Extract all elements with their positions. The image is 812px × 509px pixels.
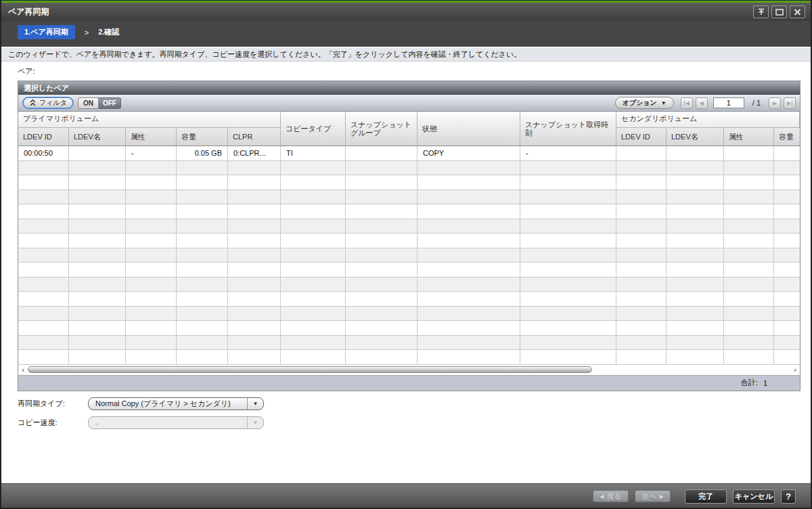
filter-on-button[interactable]: ON [78, 97, 99, 109]
column-header-status[interactable]: 状態 [418, 112, 520, 146]
column-header-snapshot-time[interactable]: スナップショット取得時刻 [520, 112, 616, 146]
scroll-right-button[interactable]: › [790, 365, 800, 374]
finish-button[interactable]: 完了 [685, 489, 727, 504]
column-header-primary-ldev-id[interactable]: LDEV ID [18, 128, 69, 146]
table-row [18, 234, 800, 248]
column-header-copy-type[interactable]: コピータイプ [281, 112, 346, 146]
table-cell: TI [281, 146, 346, 161]
table-cell [667, 321, 724, 336]
column-header-secondary-volume-group: セカンダリボリューム [616, 112, 800, 128]
scroll-left-button[interactable]: ‹ [18, 365, 28, 374]
table-cell [418, 292, 520, 307]
table-cell [18, 350, 69, 365]
filter-off-button[interactable]: OFF [99, 97, 121, 109]
column-header-secondary-ldev-id[interactable]: LDEV ID [616, 128, 667, 146]
table-cell [724, 292, 774, 307]
table-cell [667, 219, 724, 234]
maximize-button[interactable] [771, 5, 787, 18]
table-cell [774, 263, 800, 278]
table-cell [724, 219, 774, 234]
column-header-secondary-attribute[interactable]: 属性 [724, 128, 774, 146]
scrollbar-thumb[interactable] [28, 366, 592, 373]
table-cell [228, 190, 281, 205]
table-cell [281, 292, 346, 307]
filter-button[interactable]: フィルタ [22, 97, 74, 109]
first-page-button[interactable]: ◀ [681, 97, 693, 109]
table-cell [69, 204, 126, 219]
table-cell [774, 292, 800, 307]
table-cell [177, 190, 228, 205]
column-header-primary-clpr[interactable]: CLPR [228, 128, 281, 146]
table-cell [346, 307, 418, 322]
last-page-button[interactable]: ▶ [784, 97, 796, 109]
table-cell [724, 321, 774, 336]
table-cell [520, 219, 616, 234]
table-row [18, 321, 800, 336]
table-cell [774, 336, 800, 351]
detach-window-button[interactable] [753, 5, 769, 18]
table-row [18, 263, 800, 278]
title-bar: ペア再同期 [1, 3, 811, 21]
table-cell [177, 175, 228, 190]
table-cell [126, 190, 177, 205]
copy-pace-select: - ▼ [88, 416, 264, 429]
table-cell [69, 190, 126, 205]
close-button[interactable] [790, 5, 805, 18]
table-cell [724, 161, 774, 176]
table-row [18, 248, 800, 263]
table-cell [616, 161, 667, 176]
table-cell [69, 219, 126, 234]
column-header-primary-ldev-name[interactable]: LDEV名 [69, 128, 126, 146]
chevron-down-icon: ▼ [247, 398, 263, 410]
table-row[interactable]: 00:00:50-0.05 GB0:CLPR...TICOPY- [18, 146, 800, 161]
table-cell [616, 146, 667, 161]
table-toolbar: フィルタ ON OFF オプション ▼ ◀ ◀ / 1 ▶ ▶ [18, 95, 800, 112]
table-cell [774, 248, 800, 263]
table-cell [228, 234, 281, 248]
table-cell [126, 234, 177, 248]
table-row [18, 292, 800, 307]
options-button[interactable]: オプション ▼ [615, 97, 674, 109]
column-header-secondary-capacity[interactable]: 容量 [774, 128, 800, 146]
table-cell [18, 248, 69, 263]
table-cell [724, 263, 774, 278]
column-header-primary-volume-group: プライマリボリューム [18, 112, 281, 128]
cancel-button[interactable]: キャンセル [733, 489, 775, 504]
table-cell [281, 204, 346, 219]
table-cell [667, 204, 724, 219]
help-button[interactable]: ? [781, 489, 796, 504]
table-cell [228, 292, 281, 307]
resync-type-select[interactable]: Normal Copy (プライマリ > セカンダリ) ▼ [88, 397, 264, 410]
column-header-snapshot-group[interactable]: スナップショットグループ [346, 112, 418, 146]
table-cell [228, 278, 281, 292]
total-label: 合計: [741, 378, 758, 388]
table-row [18, 350, 800, 365]
table-cell: 0:CLPR... [228, 146, 281, 161]
wizard-step-1-active[interactable]: 1.ペア再同期 [18, 25, 75, 39]
pair-resync-dialog: ペア再同期 1.ペア再同期 > 2.確認 [0, 0, 812, 509]
table-cell [774, 278, 800, 292]
table-cell [177, 350, 228, 365]
next-page-button[interactable]: ▶ [769, 97, 781, 109]
table-cell [228, 204, 281, 219]
table-cell [520, 336, 616, 351]
table-cell [616, 248, 667, 263]
column-header-primary-attribute[interactable]: 属性 [126, 128, 177, 146]
table-cell [616, 307, 667, 322]
previous-page-button[interactable]: ◀ [696, 97, 708, 109]
table-cell [126, 350, 177, 365]
table-cell [724, 307, 774, 322]
copy-pace-value: - [89, 419, 247, 427]
column-header-primary-capacity[interactable]: 容量 [177, 128, 228, 146]
next-button: 次へ ▶ [635, 490, 671, 502]
table-cell [346, 234, 418, 248]
table-cell [520, 175, 616, 190]
column-header-secondary-ldev-name[interactable]: LDEV名 [667, 128, 724, 146]
table-cell [126, 161, 177, 176]
table-cell [177, 204, 228, 219]
page-number-input[interactable] [713, 97, 744, 108]
table-cell [281, 234, 346, 248]
table-cell [18, 234, 69, 248]
scrollbar-track[interactable] [28, 366, 790, 374]
table-cell [418, 161, 520, 176]
